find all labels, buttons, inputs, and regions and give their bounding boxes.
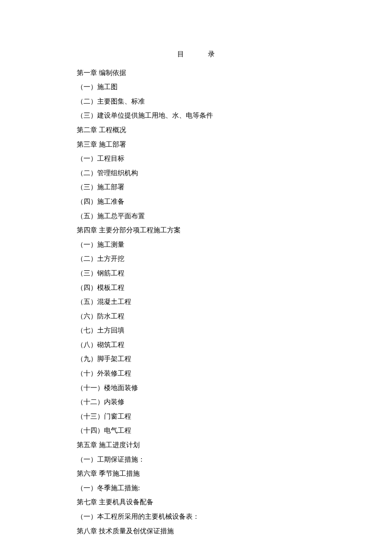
toc-list: 第一章 编制依据 （一）施工图 （二）主要图集、标准 （三）建设单位提供施工用地…	[77, 66, 315, 538]
toc-section: （三）建设单位提供施工用地、水、电等条件	[77, 108, 315, 123]
toc-section: （二）主要图集、标准	[77, 94, 315, 109]
toc-section: （十三）门窗工程	[77, 409, 315, 424]
toc-section: （一）本工程所采用的主要机械设备表：	[77, 509, 315, 524]
toc-chapter: 第二章 工程概况	[77, 123, 315, 137]
toc-section: （三）施工部署	[77, 180, 315, 194]
toc-section: （一）工程目标	[77, 151, 315, 166]
toc-section: （九）脚手架工程	[77, 352, 315, 366]
toc-section: （三）钢筋工程	[77, 266, 315, 280]
toc-section: （十）外装修工程	[77, 366, 315, 381]
toc-section: （四）模板工程	[77, 280, 315, 295]
toc-section: （五）混凝土工程	[77, 295, 315, 309]
toc-chapter: 第四章 主要分部分项工程施工方案	[77, 223, 315, 237]
toc-section: （一）施工图	[77, 80, 315, 94]
toc-section: （二）管理组织机构	[77, 166, 315, 180]
toc-chapter: 第六章 季节施工措施	[77, 466, 315, 481]
toc-chapter: 第五章 施工进度计划	[77, 438, 315, 452]
toc-chapter: 第七章 主要机具设备配备	[77, 495, 315, 509]
toc-section: （一）冬季施工措施:	[77, 481, 315, 495]
toc-section: （十一）楼地面装修	[77, 381, 315, 395]
toc-section: （四）施工准备	[77, 194, 315, 209]
toc-section: （七）土方回填	[77, 323, 315, 338]
toc-section: （六）防水工程	[77, 309, 315, 324]
toc-section: （二）土方开挖	[77, 251, 315, 266]
toc-section: （一）工期保证措施：	[77, 452, 315, 467]
toc-section: （十四）电气工程	[77, 423, 315, 438]
toc-section: （五）施工总平面布置	[77, 209, 315, 223]
toc-section: （八）砌筑工程	[77, 338, 315, 352]
toc-section: （十二）内装修	[77, 395, 315, 409]
toc-title: 目录	[77, 47, 315, 61]
toc-chapter: 第三章 施工部署	[77, 137, 315, 152]
toc-chapter: 第一章 编制依据	[77, 66, 315, 80]
toc-section: （一）施工测量	[77, 237, 315, 252]
toc-chapter: 第八章 技术质量及创优保证措施	[77, 524, 315, 538]
